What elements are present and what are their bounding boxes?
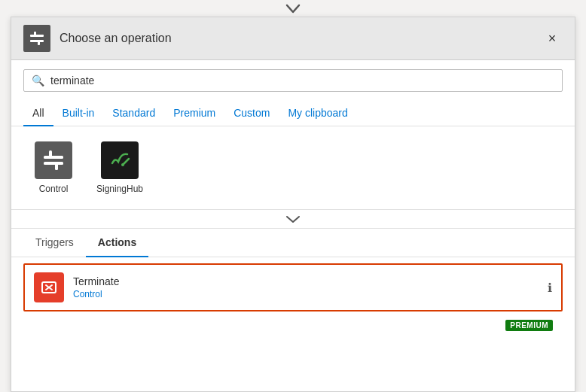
result-name: Terminate — [73, 275, 119, 287]
search-icon: 🔍 — [32, 74, 44, 87]
result-left: Terminate Control — [34, 272, 119, 302]
svg-rect-7 — [55, 163, 58, 170]
header-left: Choose an operation — [23, 25, 172, 52]
operation-panel: Choose an operation × 🔍 All Built-in Sta… — [11, 17, 575, 392]
tab-all[interactable]: All — [23, 101, 53, 126]
close-button[interactable]: × — [542, 28, 563, 49]
tab-premium[interactable]: Premium — [164, 101, 224, 126]
result-text: Terminate Control — [73, 275, 119, 299]
tab-custom[interactable]: Custom — [224, 101, 279, 126]
svg-rect-0 — [30, 35, 44, 37]
tab-my-clipboard[interactable]: My clipboard — [279, 101, 356, 126]
sub-tab-triggers[interactable]: Triggers — [23, 229, 86, 257]
svg-rect-5 — [44, 162, 63, 165]
panel-header: Choose an operation × — [11, 17, 575, 60]
result-partial[interactable]: PREMIUM — [23, 315, 563, 336]
signinghub-icon — [101, 141, 139, 179]
svg-rect-3 — [38, 40, 40, 45]
svg-point-9 — [121, 163, 124, 166]
results-list: Terminate Control ℹ PREMIUM — [11, 257, 575, 391]
panel-title: Choose an operation — [60, 32, 172, 45]
icon-item-signinghub[interactable]: SigningHub — [90, 135, 150, 200]
search-box: 🔍 — [23, 69, 563, 92]
icon-item-control[interactable]: Control — [23, 135, 84, 200]
tab-built-in[interactable]: Built-in — [53, 101, 104, 126]
sub-tab-actions[interactable]: Actions — [86, 229, 148, 257]
control-icon — [35, 141, 72, 179]
tab-standard[interactable]: Standard — [103, 101, 164, 126]
icon-grid: Control SigningHub — [23, 135, 563, 200]
signinghub-label: SigningHub — [96, 184, 143, 194]
info-icon[interactable]: ℹ — [548, 281, 552, 295]
search-input[interactable] — [50, 74, 554, 87]
premium-badge: PREMIUM — [505, 320, 553, 331]
header-icon — [23, 25, 50, 52]
sub-tabs-row: Triggers Actions — [11, 229, 575, 257]
svg-rect-2 — [34, 32, 36, 37]
result-subtitle: Control — [73, 289, 119, 299]
collapse-button[interactable] — [11, 210, 575, 229]
terminate-icon — [34, 272, 64, 302]
result-terminate[interactable]: Terminate Control ℹ — [23, 263, 563, 311]
control-label: Control — [39, 184, 69, 194]
svg-rect-4 — [44, 156, 63, 159]
svg-rect-1 — [30, 40, 44, 42]
top-arrow-indicator — [0, 0, 586, 17]
tabs-row: All Built-in Standard Premium Custom My … — [11, 101, 575, 126]
svg-rect-6 — [49, 150, 52, 158]
icon-grid-area: Control SigningHub — [11, 126, 575, 210]
search-area: 🔍 — [11, 60, 575, 101]
